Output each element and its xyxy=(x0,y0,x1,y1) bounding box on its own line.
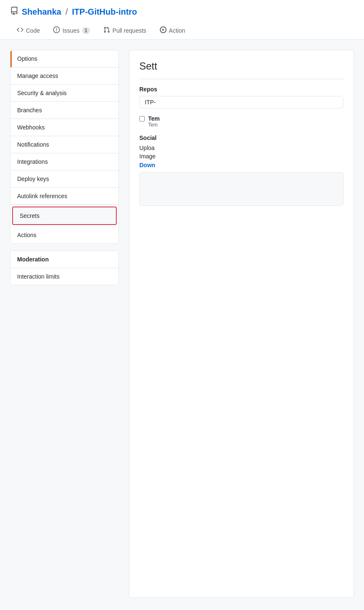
sidebar-item-manage-access[interactable]: Manage access xyxy=(10,67,118,85)
repo-icon xyxy=(10,7,18,17)
sidebar-item-manage-access-label: Manage access xyxy=(17,72,58,79)
tab-actions[interactable]: Action xyxy=(153,22,192,39)
sidebar-main-group: Options Manage access Security & analysi… xyxy=(10,50,119,244)
sidebar-item-notifications-label: Notifications xyxy=(17,141,49,148)
repo-name[interactable]: ITP-GitHub-intro xyxy=(72,7,137,17)
repo-name-label: Repos xyxy=(139,86,343,93)
social-download-link[interactable]: Down xyxy=(139,162,155,168)
sidebar-item-actions-label: Actions xyxy=(17,232,36,238)
sidebar-item-deploy-keys-label: Deploy keys xyxy=(17,176,49,182)
issues-icon xyxy=(53,26,60,34)
repo-header: Shehanka / ITP-GitHub-intro Code Issues … xyxy=(0,0,364,40)
sidebar-item-options[interactable]: Options xyxy=(10,50,118,67)
pull-requests-icon xyxy=(103,26,110,34)
sidebar-item-branches[interactable]: Branches xyxy=(10,102,118,119)
tab-actions-label: Action xyxy=(169,27,185,34)
code-icon xyxy=(17,26,23,34)
repo-name-input[interactable]: ITP- xyxy=(139,96,343,109)
issues-badge: 1 xyxy=(82,27,90,34)
social-label: Social xyxy=(139,134,343,141)
repo-separator: / xyxy=(65,7,68,17)
sidebar-item-webhooks[interactable]: Webhooks xyxy=(10,119,118,136)
sidebar-item-deploy-keys[interactable]: Deploy keys xyxy=(10,171,118,188)
sidebar-item-secrets-label: Secrets xyxy=(20,212,39,219)
sidebar-item-autolink-references[interactable]: Autolink references xyxy=(10,188,118,205)
sidebar-item-interaction-limits-label: Interaction limits xyxy=(17,273,59,280)
sidebar-item-actions[interactable]: Actions xyxy=(10,227,118,243)
repo-title: Shehanka / ITP-GitHub-intro xyxy=(10,7,354,17)
sidebar: Options Manage access Security & analysi… xyxy=(10,50,119,598)
social-image-label: Image xyxy=(139,153,343,160)
tab-code[interactable]: Code xyxy=(10,22,46,39)
sidebar-item-security-analysis[interactable]: Security & analysis xyxy=(10,85,118,102)
tab-issues[interactable]: Issues 1 xyxy=(46,22,96,39)
sidebar-item-interaction-limits[interactable]: Interaction limits xyxy=(10,268,118,285)
right-panel: Sett Repos ITP- Tem Tem Social Uploa Ima… xyxy=(129,50,354,598)
sidebar-item-notifications[interactable]: Notifications xyxy=(10,136,118,153)
main-content: Options Manage access Security & analysi… xyxy=(0,40,364,608)
sidebar-item-autolink-references-label: Autolink references xyxy=(17,193,67,199)
social-upload: Uploa xyxy=(139,145,343,151)
actions-icon xyxy=(160,26,167,34)
template-checkbox-row: Tem Tem xyxy=(139,115,343,128)
social-preview-box xyxy=(139,172,343,206)
sidebar-item-webhooks-label: Webhooks xyxy=(17,124,45,131)
tab-pull-requests-label: Pull requests xyxy=(113,27,146,34)
repo-owner[interactable]: Shehanka xyxy=(22,7,61,17)
template-checkbox[interactable] xyxy=(139,116,145,121)
template-label: Tem xyxy=(148,115,160,122)
tab-issues-label: Issues xyxy=(62,27,79,34)
sidebar-item-security-analysis-label: Security & analysis xyxy=(17,90,67,96)
settings-title: Sett xyxy=(139,60,343,79)
moderation-header: Moderation xyxy=(10,251,118,268)
tab-pull-requests[interactable]: Pull requests xyxy=(97,22,153,39)
sidebar-moderation-group: Moderation Interaction limits xyxy=(10,251,119,285)
social-section: Social Uploa Image Down xyxy=(139,134,343,206)
sidebar-item-integrations-label: Integrations xyxy=(17,158,48,165)
sidebar-item-branches-label: Branches xyxy=(17,107,42,114)
sidebar-item-options-label: Options xyxy=(17,55,37,62)
sidebar-item-integrations[interactable]: Integrations xyxy=(10,153,118,171)
tab-code-label: Code xyxy=(26,27,40,34)
template-desc: Tem xyxy=(148,122,160,128)
sidebar-item-secrets[interactable]: Secrets xyxy=(12,207,117,225)
nav-tabs: Code Issues 1 Pull requests Action xyxy=(10,22,354,39)
